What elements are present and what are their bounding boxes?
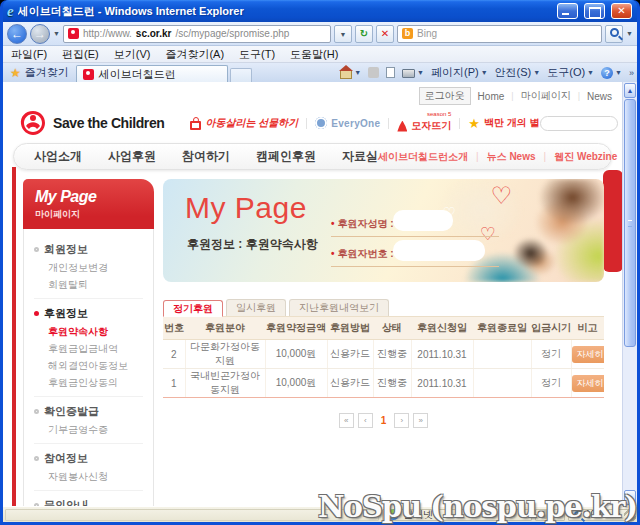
print-button[interactable]: ▼	[402, 67, 424, 78]
forward-button[interactable]: →	[30, 24, 50, 44]
back-button[interactable]: ←	[7, 24, 27, 44]
stop-button[interactable]: ✕	[376, 25, 394, 43]
detail-button[interactable]: 자세히보기	[572, 346, 605, 363]
cell-timing: 정기	[531, 369, 571, 398]
page-last-button[interactable]: »	[413, 413, 428, 428]
sidebar-item-donation-receipt[interactable]: 기부금영수증	[48, 423, 143, 437]
home-button[interactable]: ▼	[340, 67, 361, 79]
refresh-button[interactable]: ↻	[355, 25, 373, 43]
help-menu[interactable]: ?▼	[601, 67, 622, 79]
sidebar-item-inquiry[interactable]: 문의안내	[34, 498, 143, 506]
nav-campaign-support[interactable]: 캠페인후원	[256, 148, 316, 165]
campaign-gift-link[interactable]: 아동살리는 선물하기	[190, 116, 298, 130]
command-overflow-chevron[interactable]: »	[629, 68, 634, 78]
nav-webzine-link[interactable]: 웹진 Webzine	[554, 150, 617, 164]
menu-help[interactable]: 도움말(H)	[290, 47, 338, 62]
campaign-everyone-link[interactable]: EveryOne	[315, 117, 380, 129]
nav-participate[interactable]: 참여하기	[182, 148, 230, 165]
sidebar-item-raise-consent[interactable]: 후원금인상동의	[48, 376, 143, 390]
bullet-icon	[34, 311, 39, 316]
sidebar-item-participation[interactable]: 참여정보	[34, 451, 143, 466]
campaign-star-link[interactable]: ★ 백만 개의 별	[468, 116, 539, 130]
browser-tab[interactable]: 세이브더칠드런	[76, 65, 228, 82]
tools-menu[interactable]: 도구(O)▼	[547, 65, 594, 80]
redacted-value	[393, 240, 485, 261]
sidebar-item-edit-info[interactable]: 개인정보변경	[48, 261, 143, 275]
page-next-button[interactable]: ›	[394, 413, 409, 428]
sidebar-item-member-info[interactable]: 회원정보	[34, 242, 143, 257]
col-no: 번호	[163, 317, 185, 340]
util-mypage-link[interactable]: 마이페이지	[521, 89, 571, 103]
cell-start-date: 2011.10.31	[411, 340, 473, 369]
site-logo[interactable]: Save the Children	[19, 110, 164, 136]
command-bar: ▼ ▼ 페이지(P)▼ 안전(S)▼ 도구(O)▼ ?▼ »	[340, 65, 634, 82]
browser-viewport: 로그아웃 Home | 마이페이지 | News Save the Childr…	[3, 82, 637, 506]
close-button[interactable]	[611, 3, 632, 19]
logout-button[interactable]: 로그아웃	[419, 87, 471, 105]
search-input[interactable]: b Bing	[397, 25, 602, 43]
scrollbar-thumb[interactable]	[624, 99, 636, 347]
main-nav-left: 사업소개 사업후원 참여하기 캠페인후원 자료실	[34, 148, 378, 165]
history-dropdown-icon[interactable]: ▼	[53, 30, 60, 37]
star-icon: ★	[468, 117, 480, 130]
maximize-button[interactable]	[584, 3, 605, 19]
scroll-up-button[interactable]: ▲	[624, 83, 636, 98]
sidebar-item-volunteer[interactable]: 자원봉사신청	[48, 470, 143, 484]
page-menu[interactable]: 페이지(P)▼	[431, 65, 488, 80]
cell-remark: 자세히보기	[571, 369, 604, 398]
address-dropdown-button[interactable]: ▼	[334, 25, 352, 43]
site-search-input[interactable]	[540, 116, 618, 131]
menu-file[interactable]: 파일(F)	[11, 47, 47, 62]
home-icon	[340, 70, 352, 79]
sidebar-item-certificate[interactable]: 확인증발급	[34, 404, 143, 419]
new-tab-button[interactable]	[230, 68, 252, 82]
site-search: 검색	[540, 109, 622, 137]
sidebar-item-support-info[interactable]: 후원정보	[34, 306, 143, 321]
nav-about-link[interactable]: 세이브더칠드런소개	[378, 150, 468, 164]
cell-timing: 정기	[531, 340, 571, 369]
safety-menu[interactable]: 안전(S)▼	[495, 65, 541, 80]
cell-end-date	[473, 340, 531, 369]
page-banner: ♡ ♡ ♡ My Page 후원정보 : 후원약속사항 •후원자성명 : •후원…	[163, 179, 604, 282]
tab-past-history[interactable]: 지난후원내역보기	[289, 299, 389, 316]
sidebar-item-overseas-child[interactable]: 해외결연아동정보	[48, 359, 143, 373]
detail-button[interactable]: 자세히보기	[572, 375, 605, 392]
page-title: My Page	[185, 191, 307, 225]
heart-icon: ♡	[490, 184, 512, 208]
search-options-dropdown-icon[interactable]: ▼	[626, 30, 633, 37]
feeds-icon[interactable]	[368, 67, 379, 78]
menu-view[interactable]: 보기(V)	[114, 47, 151, 62]
address-input[interactable]: http://www.sc.or.kr/sc/mypage/spromise.p…	[63, 25, 331, 43]
nav-news-link[interactable]: 뉴스 News	[487, 150, 536, 164]
nav-business-intro[interactable]: 사업소개	[34, 148, 82, 165]
campaign-hat-link[interactable]: season 5 모자뜨기	[397, 113, 451, 133]
menu-favorites[interactable]: 즐겨찾기(A)	[165, 47, 224, 62]
favorites-button[interactable]: ★ 즐겨찾기	[6, 65, 76, 82]
menu-edit[interactable]: 편집(E)	[62, 47, 99, 62]
tab-regular-support[interactable]: 정기후원	[163, 300, 223, 317]
bullet-icon	[34, 247, 39, 252]
menu-tools[interactable]: 도구(T)	[239, 47, 275, 62]
sidebar-item-support-promise[interactable]: 후원약속사항	[48, 325, 143, 339]
divider: |	[544, 151, 547, 162]
browser-window: e 세이브더칠드런 - Windows Internet Explorer ← …	[0, 0, 640, 525]
cell-status: 진행중	[373, 369, 411, 398]
tab-onetime-support[interactable]: 일시후원	[226, 299, 286, 316]
util-news-link[interactable]: News	[587, 91, 612, 102]
sidebar-item-deposit-history[interactable]: 후원금입금내역	[48, 342, 143, 356]
search-go-button[interactable]	[605, 25, 623, 43]
sidebar-item-withdraw[interactable]: 회원탈퇴	[48, 278, 143, 292]
read-mail-icon[interactable]	[386, 67, 395, 78]
title-bar[interactable]: e 세이브더칠드런 - Windows Internet Explorer	[3, 0, 637, 22]
bing-icon: b	[402, 28, 413, 39]
minimize-button[interactable]	[557, 3, 578, 19]
page-first-button[interactable]: «	[339, 413, 354, 428]
url-domain: sc.or.kr	[136, 28, 172, 39]
divider	[306, 118, 307, 129]
vertical-scrollbar[interactable]: ▲ ▼	[622, 82, 637, 506]
sidebar-group-participation: 참여정보 자원봉사신청	[34, 444, 143, 491]
page-prev-button[interactable]: ‹	[358, 413, 373, 428]
nav-resources[interactable]: 자료실	[342, 148, 378, 165]
util-home-link[interactable]: Home	[478, 91, 505, 102]
nav-business-support[interactable]: 사업후원	[108, 148, 156, 165]
